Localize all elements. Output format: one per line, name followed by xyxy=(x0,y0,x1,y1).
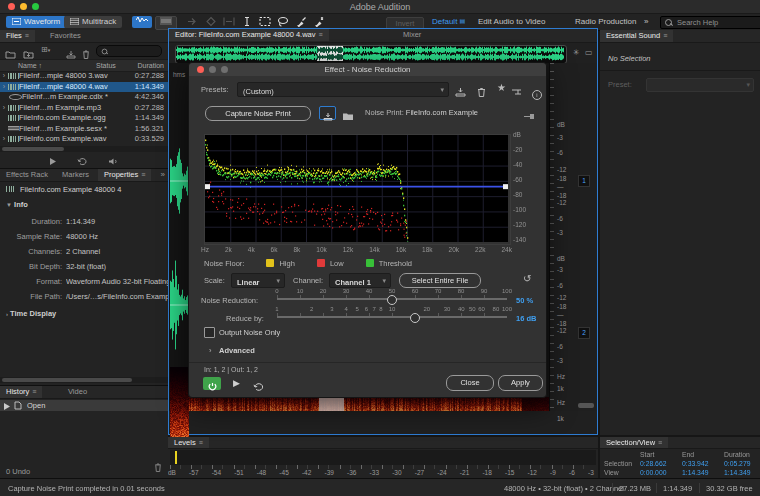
capture-noise-print-button[interactable]: Capture Noise Print xyxy=(205,106,311,121)
spectral-display-strip[interactable] xyxy=(189,397,549,411)
tab-favorites[interactable]: Favorites xyxy=(44,30,87,42)
paintbrush-selection-tool-icon[interactable] xyxy=(294,16,308,28)
expand-chevron-icon[interactable]: › xyxy=(0,134,8,145)
end-value[interactable]: 0:33.942 xyxy=(682,459,724,468)
search-help-input[interactable]: Search Help xyxy=(660,16,760,29)
effect-power-toggle[interactable] xyxy=(203,377,221,390)
expand-chevron-icon[interactable]: › xyxy=(0,103,8,114)
load-noise-print-icon[interactable] xyxy=(342,107,354,125)
preset-select[interactable]: (Custom)▾ xyxy=(237,82,449,97)
history-trash-icon[interactable] xyxy=(154,458,162,476)
file-list-item[interactable]: › FileInf…mple 48000 4.wav 1:14.349 xyxy=(0,82,168,93)
advanced-chevron-icon[interactable]: › xyxy=(209,346,212,355)
file-list-item[interactable]: › FileInf…m Example.cdlx * 4:42.346 xyxy=(0,92,168,103)
tab-editor[interactable]: Editor: FileInfo.com Example 48000 4.wav… xyxy=(169,29,329,41)
file-list-item[interactable]: › FileInf…mple 48000 3.wav 0:27.288 xyxy=(0,71,168,82)
start-value[interactable]: 0:00.000 xyxy=(640,468,682,477)
slip-tool-icon[interactable] xyxy=(222,16,236,28)
info-icon[interactable]: i xyxy=(532,83,542,101)
noise-reduction-slider[interactable]: 0102030405060708090100 xyxy=(277,289,507,307)
workspace-default[interactable]: Default ▤ xyxy=(432,17,465,26)
waveform-display[interactable] xyxy=(170,119,189,367)
tab-levels[interactable]: Levels≡ xyxy=(168,437,209,448)
file-list-item[interactable]: › FileInf…m Example.mp3 0:27.288 xyxy=(0,103,168,114)
auto-play-speaker-icon[interactable] xyxy=(108,152,119,169)
close-button[interactable]: Close xyxy=(446,375,494,391)
tab-properties[interactable]: Properties≡ xyxy=(98,169,151,181)
advanced-section-header[interactable]: Advanced xyxy=(219,346,255,355)
tab-effects-rack[interactable]: Effects Rack xyxy=(0,169,54,181)
panel-menu-icon[interactable]: ≡ xyxy=(319,31,323,38)
history-entry-open[interactable]: Open xyxy=(0,400,168,411)
panel-menu-icon[interactable]: ≡ xyxy=(663,32,667,39)
noise-print-options-icon[interactable] xyxy=(523,107,535,125)
expand-chevron-icon[interactable]: › xyxy=(0,82,8,93)
spot-healing-brush-tool-icon[interactable] xyxy=(312,16,326,28)
tab-files[interactable]: Files≡ xyxy=(0,30,35,42)
reduce-by-knob[interactable] xyxy=(410,313,420,323)
preview-loop-icon[interactable] xyxy=(253,378,265,396)
delete-preset-icon[interactable] xyxy=(477,83,486,101)
noise-floor-graph[interactable] xyxy=(205,135,508,242)
waveform-view-button[interactable]: Waveform xyxy=(6,16,66,28)
noise-reduction-knob[interactable] xyxy=(387,295,397,305)
panel-menu-icon[interactable]: ≡ xyxy=(25,32,29,39)
save-noise-print-icon[interactable] xyxy=(319,106,336,120)
panel-menu-icon[interactable]: ≡ xyxy=(658,439,662,446)
vertical-zoom-scrollbar[interactable] xyxy=(578,403,594,408)
slider-track[interactable] xyxy=(277,316,507,318)
duration-value[interactable]: 1:14.349 xyxy=(724,468,758,477)
overview-options-icon[interactable]: ✳ xyxy=(573,48,580,57)
tab-mixer[interactable]: Mixer xyxy=(397,29,427,41)
preview-loop-icon[interactable] xyxy=(77,152,88,169)
multitrack-view-button[interactable]: Multitrack xyxy=(64,16,122,28)
properties-horizontal-scrollbar[interactable] xyxy=(0,377,168,383)
preview-play-icon[interactable]: ▶ xyxy=(233,378,240,388)
panel-menu-icon[interactable]: ≡ xyxy=(141,171,145,178)
marquee-selection-tool-icon[interactable] xyxy=(258,16,272,28)
workspace-overflow-chevron[interactable]: » xyxy=(644,17,648,26)
info-section-header[interactable]: ▼ Info xyxy=(6,200,28,209)
lasso-selection-tool-icon[interactable] xyxy=(276,16,290,28)
output-noise-only-checkbox[interactable] xyxy=(204,327,215,338)
workspace-radio-production[interactable]: Radio Production xyxy=(575,17,636,26)
panel-menu-icon[interactable]: ≡ xyxy=(32,388,36,395)
razor-tool-icon[interactable] xyxy=(204,16,218,28)
channel-select[interactable]: Channel 1▾ xyxy=(329,273,391,288)
apply-button[interactable]: Apply xyxy=(498,375,543,391)
time-display-section-header[interactable]: › Time Display xyxy=(6,309,56,318)
effect-options-icon[interactable] xyxy=(511,83,522,101)
tab-selection-view[interactable]: Selection/View≡ xyxy=(600,437,668,448)
preview-play-icon[interactable] xyxy=(49,152,57,169)
spectral-display-left[interactable] xyxy=(170,367,189,445)
tabs-overflow-chevron[interactable]: » xyxy=(161,169,165,181)
overview-panel-icon[interactable]: ▭ xyxy=(585,48,593,57)
reset-icon[interactable]: ↺ xyxy=(523,273,531,284)
channel-badge[interactable]: 2 xyxy=(578,327,590,339)
end-value[interactable]: 1:14.349 xyxy=(682,468,724,477)
favorite-star-icon[interactable]: ★ xyxy=(497,82,506,93)
new-item-icon[interactable]: ⊞▾ xyxy=(41,45,50,54)
files-search-input[interactable] xyxy=(96,45,162,57)
file-list-item[interactable]: › FileInf…m Example.sesx * 1:56.321 xyxy=(0,124,168,135)
file-list-item[interactable]: › FileInfo.com Example.wav 0:33.529 xyxy=(0,134,168,145)
panel-menu-icon[interactable]: ≡ xyxy=(199,439,203,446)
dialog-titlebar[interactable]: Effect - Noise Reduction xyxy=(189,63,546,76)
tab-video[interactable]: Video xyxy=(62,386,93,398)
show-waveform-button[interactable] xyxy=(132,16,152,28)
start-value[interactable]: 0:28.662 xyxy=(640,459,682,468)
workspace-edit-audio-to-video[interactable]: Edit Audio to Video xyxy=(478,17,545,26)
file-list-item[interactable]: › FileInfo.com Example.ogg 1:14.349 xyxy=(0,113,168,124)
tab-markers[interactable]: Markers xyxy=(56,169,95,181)
duration-value[interactable]: 0:05.279 xyxy=(724,459,758,468)
select-entire-file-button[interactable]: Select Entire File xyxy=(399,273,481,288)
save-preset-icon[interactable] xyxy=(455,83,466,101)
tab-essential-sound[interactable]: Essential Sound≡ xyxy=(600,30,673,42)
channel-badge[interactable]: 1 xyxy=(578,175,590,187)
time-selection-tool-icon[interactable] xyxy=(240,16,254,28)
move-tool-icon[interactable] xyxy=(186,16,200,28)
preset-dropdown[interactable]: ▾ xyxy=(646,78,754,92)
reduce-by-slider[interactable]: 1234567810203040506080100 xyxy=(277,307,507,325)
tab-history[interactable]: History≡ xyxy=(0,386,42,398)
expand-chevron-icon[interactable]: › xyxy=(0,71,8,82)
